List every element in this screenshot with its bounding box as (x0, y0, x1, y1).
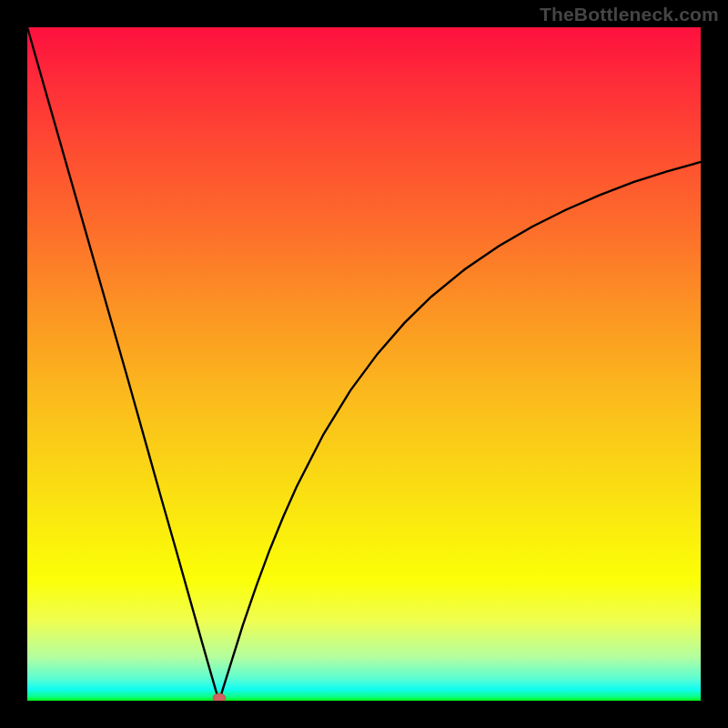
bottleneck-curve (27, 27, 701, 701)
optimum-marker (213, 693, 226, 701)
chart-frame: TheBottleneck.com (0, 0, 728, 728)
plot-area (27, 27, 701, 701)
plot-svg (27, 27, 701, 701)
watermark-text: TheBottleneck.com (540, 4, 719, 25)
